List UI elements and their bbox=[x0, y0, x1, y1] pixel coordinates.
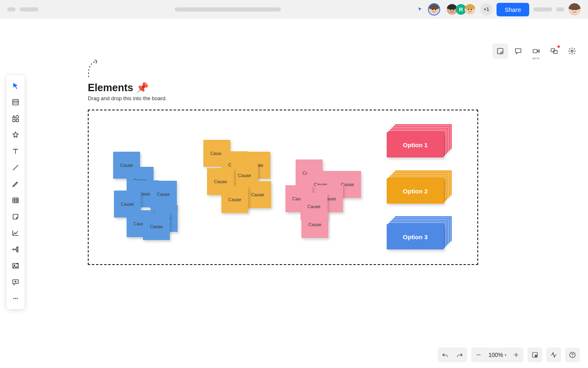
elements-section: Elements 📌 Drag and drop this into the b… bbox=[88, 82, 478, 265]
table-tool[interactable] bbox=[8, 193, 23, 208]
video-icon bbox=[532, 47, 540, 55]
gear-icon bbox=[568, 47, 576, 55]
option-card-label: Option 1 bbox=[387, 132, 444, 157]
canvas[interactable]: BETA Elements 📌 Drag and drop this into … bbox=[0, 19, 588, 368]
text-tool[interactable] bbox=[8, 144, 23, 159]
settings-button[interactable] bbox=[564, 43, 580, 59]
avatar-collaborator[interactable] bbox=[464, 3, 476, 16]
shapes-icon bbox=[11, 114, 20, 123]
avatar-current-user[interactable] bbox=[428, 3, 440, 16]
top-bar: R +1 Share bbox=[0, 0, 588, 19]
sticky-note[interactable]: Cause bbox=[143, 213, 170, 240]
pencil-icon bbox=[11, 180, 20, 188]
presence-stack[interactable]: R bbox=[446, 3, 476, 16]
board-title-placeholder[interactable] bbox=[175, 7, 281, 11]
chart-icon bbox=[11, 229, 20, 237]
comment-tool[interactable] bbox=[8, 275, 23, 289]
help-icon bbox=[569, 351, 576, 359]
minus-icon bbox=[475, 351, 482, 359]
frames-button[interactable] bbox=[528, 348, 542, 362]
comment-add-icon bbox=[11, 278, 20, 286]
more-icon bbox=[11, 294, 20, 303]
chart-tool[interactable] bbox=[8, 226, 23, 240]
activity-icon bbox=[550, 351, 557, 359]
svg-point-16 bbox=[13, 298, 15, 299]
shapes-tool[interactable] bbox=[8, 111, 23, 126]
live-cursor-icon bbox=[417, 7, 423, 12]
svg-point-4 bbox=[571, 50, 573, 52]
zoom-in-button[interactable] bbox=[509, 348, 523, 362]
sticky-note-icon bbox=[11, 213, 20, 221]
quick-actions-bar: BETA bbox=[492, 43, 580, 59]
table-icon bbox=[11, 196, 20, 204]
svg-rect-7 bbox=[13, 119, 15, 122]
mindmap-tool[interactable] bbox=[8, 242, 23, 257]
left-toolbar bbox=[7, 75, 24, 309]
present-button[interactable] bbox=[546, 43, 562, 59]
activity-button[interactable] bbox=[546, 348, 561, 362]
select-tool[interactable] bbox=[8, 79, 23, 93]
more-tools[interactable] bbox=[8, 291, 23, 306]
mindmap-icon bbox=[11, 245, 20, 254]
share-button[interactable]: Share bbox=[497, 3, 529, 16]
sticky-note[interactable]: Cause bbox=[301, 211, 328, 238]
undo-icon bbox=[441, 351, 449, 359]
header-extra-placeholder-1[interactable] bbox=[533, 7, 552, 11]
pen-tool[interactable] bbox=[8, 177, 23, 191]
option-card-stack[interactable]: Option 1 bbox=[387, 132, 444, 157]
line-icon bbox=[11, 164, 20, 172]
notes-button[interactable] bbox=[492, 43, 508, 59]
header-extra-placeholder-2[interactable] bbox=[556, 7, 564, 11]
template-tool[interactable] bbox=[8, 95, 23, 110]
svg-point-12 bbox=[17, 249, 18, 250]
line-tool[interactable] bbox=[8, 160, 23, 175]
svg-point-6 bbox=[16, 116, 19, 119]
cursor-icon bbox=[11, 82, 20, 90]
svg-point-18 bbox=[17, 298, 18, 299]
section-title: Elements 📌 bbox=[88, 82, 478, 94]
redo-button[interactable] bbox=[452, 348, 467, 362]
elements-dashed-frame[interactable]: CauseCauseCauseCauseCauseCauseCauseCause… bbox=[88, 110, 478, 265]
undo-button[interactable] bbox=[438, 348, 452, 362]
video-chat-button[interactable]: BETA bbox=[528, 43, 544, 59]
frames-icon bbox=[531, 351, 539, 359]
menu-placeholder[interactable] bbox=[7, 7, 16, 11]
section-subtitle: Drag and drop this into the board. bbox=[88, 95, 478, 101]
image-icon bbox=[11, 262, 20, 270]
option-card-stack[interactable]: Option 3 bbox=[387, 224, 444, 249]
image-tool[interactable] bbox=[8, 258, 23, 273]
present-icon bbox=[550, 47, 558, 55]
redo-icon bbox=[456, 351, 463, 359]
presence-more[interactable]: +1 bbox=[480, 3, 492, 16]
notes-icon bbox=[496, 47, 504, 55]
plus-icon bbox=[512, 351, 520, 359]
notification-dot bbox=[557, 45, 560, 48]
svg-rect-1 bbox=[533, 49, 537, 53]
help-button[interactable] bbox=[565, 348, 580, 362]
sticky-note[interactable]: Cause bbox=[150, 181, 177, 208]
sticker-tool[interactable] bbox=[8, 128, 23, 142]
comment-icon bbox=[514, 47, 522, 55]
svg-rect-9 bbox=[13, 198, 18, 203]
sticky-note[interactable]: Cause bbox=[221, 186, 248, 213]
sticky-note-tool[interactable] bbox=[8, 209, 23, 224]
svg-point-22 bbox=[572, 356, 573, 357]
svg-rect-5 bbox=[13, 99, 18, 105]
zoom-level[interactable]: 100% bbox=[486, 352, 509, 358]
beta-badge: BETA bbox=[532, 57, 540, 60]
comments-button[interactable] bbox=[510, 43, 526, 59]
arrow-decoration bbox=[87, 59, 101, 79]
option-card-stack[interactable]: Option 2 bbox=[387, 178, 444, 204]
logo-placeholder[interactable] bbox=[20, 7, 38, 11]
template-icon bbox=[11, 98, 20, 106]
avatar-profile[interactable] bbox=[568, 3, 581, 16]
option-card-label: Option 3 bbox=[387, 224, 444, 249]
svg-rect-8 bbox=[16, 119, 19, 122]
svg-point-17 bbox=[15, 298, 16, 299]
star-icon bbox=[11, 131, 20, 139]
svg-point-15 bbox=[14, 265, 15, 266]
zoom-out-button[interactable] bbox=[471, 348, 486, 362]
text-icon bbox=[11, 147, 20, 155]
svg-rect-0 bbox=[497, 48, 503, 54]
bottom-bar: 100% bbox=[438, 348, 580, 362]
